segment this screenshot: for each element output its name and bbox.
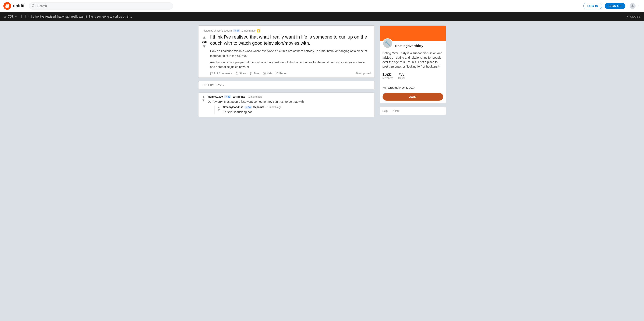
banner-upvote-icon[interactable]: ▲ bbox=[4, 15, 7, 18]
sidebar-footer: Help About bbox=[380, 107, 446, 115]
nested-downvote-button[interactable]: ▼ bbox=[217, 109, 220, 112]
created-row: Created Nov 3, 2014 bbox=[382, 86, 443, 90]
post-downvote-button[interactable]: ▼ bbox=[202, 44, 206, 48]
save-action[interactable]: Save bbox=[250, 72, 260, 75]
banner-vote-area: ▲ 705 ▼ bbox=[4, 15, 18, 18]
comments-count: 211 Comments bbox=[214, 72, 232, 75]
footer-help-link[interactable]: Help bbox=[382, 110, 388, 112]
post-body-p1: How do I balance this in a world where e… bbox=[210, 49, 371, 58]
svg-point-3 bbox=[8, 6, 8, 6]
save-icon bbox=[250, 72, 253, 75]
comments-action[interactable]: 211 Comments bbox=[210, 72, 232, 75]
comment-gender-badge: ♂ 35 bbox=[224, 95, 231, 98]
post-body-p2: Are there any nice people out there who … bbox=[210, 60, 371, 69]
comment-vote-col: ▲ ▼ bbox=[202, 95, 205, 114]
online-label: Online bbox=[398, 77, 406, 80]
post-content-area: I think I've realised that what I really… bbox=[210, 34, 371, 75]
sort-dropdown[interactable]: Best bbox=[216, 83, 225, 87]
comment-meta: Monkey1970 ♂ 35 174 points · 1 month ago bbox=[208, 95, 371, 98]
hide-action[interactable]: Hide bbox=[263, 72, 272, 75]
comment-author[interactable]: Monkey1970 bbox=[208, 95, 223, 98]
comment-card: ▲ ▼ Monkey1970 ♂ 35 174 points · 1 month… bbox=[198, 93, 375, 117]
svg-point-2 bbox=[6, 6, 7, 6]
subreddit-info: 🔧 r/datingoverthirty bbox=[382, 43, 443, 48]
share-label: Share bbox=[239, 72, 246, 75]
banner-comment-icon bbox=[25, 14, 29, 19]
header-actions: LOG IN SIGN UP bbox=[583, 2, 640, 10]
reddit-wordmark: reddit bbox=[13, 3, 24, 8]
subreddit-name[interactable]: r/datingoverthirty bbox=[395, 44, 423, 48]
hide-icon bbox=[263, 72, 266, 75]
svg-rect-7 bbox=[8, 7, 9, 8]
reddit-logo-icon bbox=[4, 2, 11, 10]
nested-comment-time: 1 month ago bbox=[268, 106, 282, 109]
sort-chevron-icon bbox=[222, 84, 225, 87]
save-label: Save bbox=[254, 72, 260, 75]
main-column: Posted by u/jasontredecim ♂ 37 1 month a… bbox=[198, 25, 375, 119]
share-action[interactable]: Share bbox=[236, 72, 246, 75]
post-time: 1 month ago bbox=[241, 29, 256, 32]
online-stat: 753 Online bbox=[398, 72, 406, 80]
mod-badge-icon: 📋 bbox=[257, 29, 260, 32]
nested-comment-author[interactable]: CreamyGoodnss bbox=[223, 106, 243, 109]
nested-comment-gender-badge: ♂ 34 bbox=[244, 106, 252, 109]
post-actions: 211 Comments Share Save Hide bbox=[210, 72, 371, 75]
sort-value: Best bbox=[216, 83, 222, 87]
members-label: Members bbox=[382, 77, 393, 80]
created-label: Created Nov 3, 2014 bbox=[388, 86, 416, 89]
sort-label: SORT BY bbox=[202, 84, 214, 87]
subreddit-icon: 🔧 bbox=[382, 38, 393, 48]
sort-bar: SORT BY Best bbox=[198, 81, 375, 89]
user-avatar-icon bbox=[630, 3, 636, 9]
nested-comment-meta: CreamyGoodnss ♂ 34 15 points · 1 month a… bbox=[223, 106, 371, 109]
subreddit-stats: 162k Members 753 Online bbox=[382, 72, 443, 80]
sidebar: 🔧 r/datingoverthirty Dating Over Thirty … bbox=[380, 25, 446, 119]
search-input[interactable] bbox=[29, 2, 173, 9]
comment-time: 1 month ago bbox=[248, 95, 262, 98]
user-menu[interactable] bbox=[628, 2, 640, 10]
author-gender-badge: ♂ 37 bbox=[233, 29, 240, 32]
members-stat: 162k Members bbox=[382, 72, 393, 80]
comment-downvote-button[interactable]: ▼ bbox=[202, 99, 205, 102]
comment-icon bbox=[210, 72, 213, 75]
report-action[interactable]: Report bbox=[276, 72, 288, 75]
nested-comment: ▲ ▼ CreamyGoodnss ♂ 34 15 points · 1 mon… bbox=[214, 106, 371, 114]
join-button[interactable]: JOIN bbox=[382, 93, 443, 101]
nested-comment-main: CreamyGoodnss ♂ 34 15 points · 1 month a… bbox=[223, 106, 371, 114]
post-upvote-button[interactable]: ▲ bbox=[202, 35, 206, 39]
svg-rect-6 bbox=[5, 7, 6, 8]
comment-main: Monkey1970 ♂ 35 174 points · 1 month ago… bbox=[208, 95, 371, 114]
share-icon bbox=[236, 72, 238, 75]
posted-by-label[interactable]: Posted by u/jasontredecim bbox=[202, 29, 232, 32]
login-button[interactable]: LOG IN bbox=[583, 3, 602, 9]
comment-upvote-button[interactable]: ▲ bbox=[202, 95, 205, 99]
banner-divider-1: | bbox=[21, 15, 22, 18]
post-vote-column: ▲ 705 ▼ bbox=[202, 35, 207, 75]
banner-score: 705 bbox=[8, 15, 13, 18]
chevron-down-icon bbox=[636, 5, 639, 7]
comment-points: 174 points bbox=[232, 95, 245, 98]
banner-title: I think I've realised that what I really… bbox=[31, 15, 624, 18]
svg-line-12 bbox=[264, 73, 265, 74]
upvote-percentage: 96% Upvoted bbox=[356, 72, 371, 75]
sidebar-card: 🔧 r/datingoverthirty Dating Over Thirty … bbox=[380, 25, 446, 103]
post-title: I think I've realised that what I really… bbox=[210, 34, 371, 46]
subreddit-description: Dating Over Thirty is a sub for discussi… bbox=[382, 51, 443, 69]
banner-downvote-icon[interactable]: ▼ bbox=[14, 15, 18, 18]
search-icon bbox=[32, 4, 35, 8]
logo-area[interactable]: reddit bbox=[4, 2, 24, 10]
banner-close-button[interactable]: ✕ CLOSE bbox=[626, 15, 640, 18]
report-icon bbox=[276, 72, 279, 75]
members-value: 162k bbox=[382, 72, 393, 77]
header: reddit LOG IN SIGN UP bbox=[0, 0, 644, 12]
signup-button[interactable]: SIGN UP bbox=[605, 3, 625, 9]
nested-comment-vote-col: ▲ ▼ bbox=[217, 106, 220, 114]
footer-about-link[interactable]: About bbox=[393, 110, 399, 112]
report-label: Report bbox=[280, 72, 288, 75]
search-bar[interactable] bbox=[29, 2, 173, 9]
close-x-icon: ✕ bbox=[626, 15, 629, 18]
hide-label: Hide bbox=[267, 72, 272, 75]
nested-upvote-button[interactable]: ▲ bbox=[217, 106, 220, 109]
svg-point-8 bbox=[32, 4, 34, 6]
post-card: Posted by u/jasontredecim ♂ 37 1 month a… bbox=[198, 25, 375, 78]
